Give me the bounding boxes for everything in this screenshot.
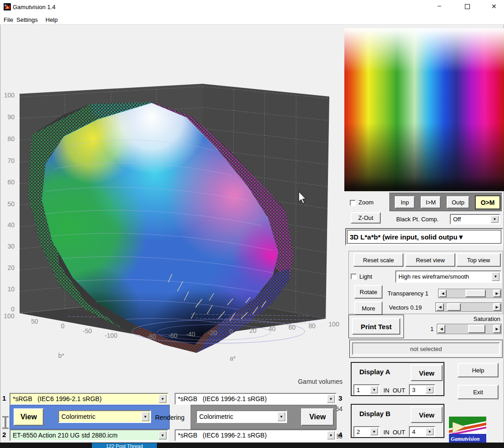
display-b-view-button[interactable]: View — [411, 407, 443, 423]
l-axis-tick: 0 — [3, 305, 15, 313]
l-axis-tick: 20 — [3, 264, 15, 271]
profile-4-select[interactable]: *sRGB (IEC6 1996-2.1 sRGB) ▼ — [175, 429, 337, 441]
l-axis-tick: 70 — [3, 157, 15, 164]
chevron-down-icon[interactable]: ▼ — [458, 233, 464, 241]
saturation-value: 1 — [430, 326, 433, 332]
profile-3-select[interactable]: *sRGB (IEC6 1996-2.1 sRGB) ▼ — [175, 393, 337, 405]
light-checkbox[interactable] — [351, 274, 357, 280]
profile-2-value: ET-8550 Action 210 UG std 2880.icm — [13, 432, 117, 439]
input-to-monitor-button[interactable]: I>M — [421, 196, 441, 209]
zoom-checkbox[interactable] — [350, 200, 356, 206]
window-title: Gamutvision 1.4 — [13, 4, 55, 10]
menu-help[interactable]: Help — [45, 16, 58, 23]
chevron-down-icon[interactable]: ▼ — [370, 386, 378, 393]
black-pt-comp-label: Black Pt. Comp. — [396, 216, 438, 223]
selection-status: not selected — [352, 342, 500, 355]
chevron-down-icon[interactable]: ▼ — [141, 412, 149, 421]
zoom-out-button[interactable]: Z-Out — [351, 212, 381, 224]
saturation-slider-thumb[interactable] — [468, 325, 485, 333]
close-button[interactable]: ✕ — [491, 3, 497, 10]
arrow-left-icon[interactable]: ◀ — [439, 290, 447, 297]
arrow-left-icon[interactable]: ◀ — [436, 303, 444, 311]
profile-1-select[interactable]: *sRGB (IEC6 1996-2.1 sRGB) ▼ — [10, 393, 168, 405]
display-a-title: Display A — [359, 368, 390, 376]
display-a-view-button[interactable]: View — [411, 365, 443, 381]
minimize-button[interactable]: – — [438, 2, 441, 9]
display-b-in-value: 2 — [357, 428, 360, 435]
view-b-button[interactable]: View — [301, 408, 334, 426]
render-quality-value: High res wireframe/smooth — [398, 273, 469, 280]
light-checkbox-label: Light — [359, 273, 372, 280]
transparency-slider[interactable]: ◀ ▶ — [438, 289, 502, 298]
profile-2-select[interactable]: ET-8550 Action 210 UG std 2880.icm ▼ — [10, 429, 168, 441]
chevron-down-icon[interactable]: ▼ — [426, 428, 433, 435]
display-mode-select[interactable]: 3D L*a*b* (wire input, solid outpu ▼ — [345, 228, 503, 245]
chevron-down-icon[interactable]: ▼ — [492, 272, 499, 281]
saturation-slider[interactable]: ◀ ▶ — [437, 324, 502, 334]
arrow-left-icon[interactable]: ◀ — [438, 325, 445, 333]
transparency-label: Transparency 1 — [388, 290, 428, 297]
outp-button[interactable]: Outp — [447, 196, 469, 209]
color-map-panel — [344, 28, 504, 191]
b-axis-label: b* — [58, 352, 64, 359]
b-axis-tick: 100 — [0, 312, 18, 320]
exit-button[interactable]: Exit — [458, 385, 499, 399]
vectors-slider[interactable]: ◀ ▶ — [435, 302, 502, 312]
intent-a-select[interactable]: Colorimetric ▼ — [58, 410, 151, 423]
chevron-down-icon[interactable]: ▼ — [370, 428, 378, 435]
display-b-out-select[interactable]: 4 ▼ — [409, 426, 435, 437]
more-button[interactable]: More — [354, 301, 383, 315]
b-axis-tick: -50 — [78, 327, 96, 335]
a-axis-tick: 40 — [263, 325, 281, 332]
background-window-tab[interactable]: 122 Post Thread — [92, 443, 157, 448]
titlebar[interactable]: Gamutvision 1.4 – ✕ — [0, 0, 504, 14]
profile-4-value: *sRGB (IEC6 1996-2.1 sRGB) — [178, 432, 267, 439]
chevron-down-icon[interactable]: ▼ — [327, 395, 335, 403]
arrow-right-icon[interactable]: ▶ — [493, 290, 501, 297]
chevron-down-icon[interactable]: ▼ — [491, 216, 499, 223]
l-axis-tick: 30 — [3, 243, 15, 250]
b-axis-tick: -100 — [101, 332, 121, 339]
chevron-down-icon[interactable]: ▼ — [277, 412, 285, 421]
display-a-in-value: 1 — [357, 387, 360, 393]
chevron-down-icon[interactable]: ▼ — [159, 395, 166, 403]
arrow-right-icon[interactable]: ▶ — [493, 325, 501, 333]
l-axis-tick: 100 — [3, 92, 15, 99]
zoom-checkbox-label: Zoom — [358, 199, 373, 206]
help-button[interactable]: Help — [458, 363, 499, 377]
background-window-strip: 122 Post Thread — [0, 443, 504, 448]
chevron-down-icon[interactable]: ▼ — [426, 386, 433, 393]
arrow-right-icon[interactable]: ▶ — [493, 303, 501, 311]
profile-2-number: 2 — [2, 431, 6, 438]
a-axis-tick: 20 — [244, 327, 262, 334]
inp-button[interactable]: Inp — [395, 196, 415, 209]
print-test-button[interactable]: Print Test — [352, 318, 400, 335]
vectors-slider-thumb[interactable] — [447, 303, 461, 311]
intent-b-select[interactable]: Colorimetric ▼ — [196, 410, 287, 423]
render-quality-select[interactable]: High res wireframe/smooth ▼ — [395, 270, 501, 283]
intent-b-value: Colorimetric — [199, 413, 233, 420]
chevron-down-icon[interactable]: ▼ — [327, 431, 335, 439]
transparency-slider-thumb[interactable] — [465, 290, 486, 297]
a-axis-tick: -80 — [142, 333, 161, 340]
view-a-button[interactable]: View — [14, 408, 44, 426]
rotate-button[interactable]: Rotate — [354, 285, 383, 299]
menu-settings[interactable]: Settings — [16, 16, 38, 23]
menu-file[interactable]: File — [4, 16, 13, 23]
reset-view-button[interactable]: Reset view — [405, 253, 455, 267]
display-a-out-value: 3 — [412, 387, 415, 393]
display-a-out-select[interactable]: 3 ▼ — [409, 384, 435, 395]
output-to-monitor-button[interactable]: O>M — [475, 195, 500, 209]
profile-3-value: *sRGB (IEC6 1996-2.1 sRGB) — [178, 395, 267, 402]
intent-a-value: Colorimetric — [61, 413, 96, 420]
gamut-volumes-title: Gamut volumes — [273, 377, 343, 386]
top-view-button[interactable]: Top view — [456, 253, 501, 267]
a-axis-tick: -20 — [203, 329, 222, 336]
reset-scale-button[interactable]: Reset scale — [353, 253, 403, 267]
display-b-in-select[interactable]: 2 ▼ — [353, 426, 380, 437]
chevron-down-icon[interactable]: ▼ — [159, 431, 166, 439]
maximize-button[interactable] — [465, 4, 470, 9]
selection-status-frame: not selected — [349, 340, 503, 358]
display-a-in-select[interactable]: 1 ▼ — [353, 384, 380, 395]
black-pt-comp-select[interactable]: Off ▼ — [450, 214, 500, 224]
